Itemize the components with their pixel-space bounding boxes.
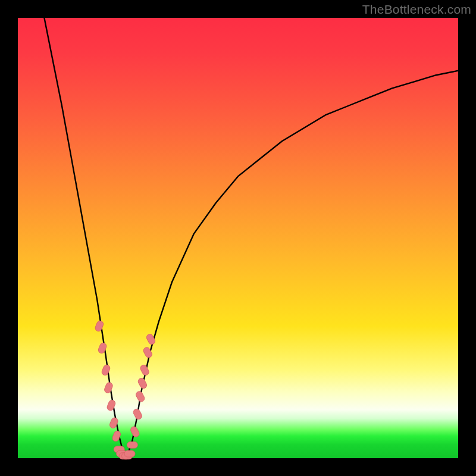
marker-point — [139, 364, 150, 376]
marker-point — [104, 381, 114, 394]
marker-point — [101, 364, 111, 377]
chart-frame: TheBottleneck.com — [0, 0, 476, 476]
marker-point — [130, 425, 140, 438]
marker-point — [127, 441, 137, 448]
watermark-text: TheBottleneck.com — [362, 2, 471, 17]
curve-layer — [18, 18, 458, 458]
marker-point — [124, 450, 135, 457]
marker-point — [137, 377, 148, 390]
marker-point — [132, 408, 143, 420]
marker-point — [94, 320, 104, 333]
plot-area — [18, 18, 458, 458]
marker-point — [135, 390, 146, 403]
marker-point — [106, 399, 116, 412]
